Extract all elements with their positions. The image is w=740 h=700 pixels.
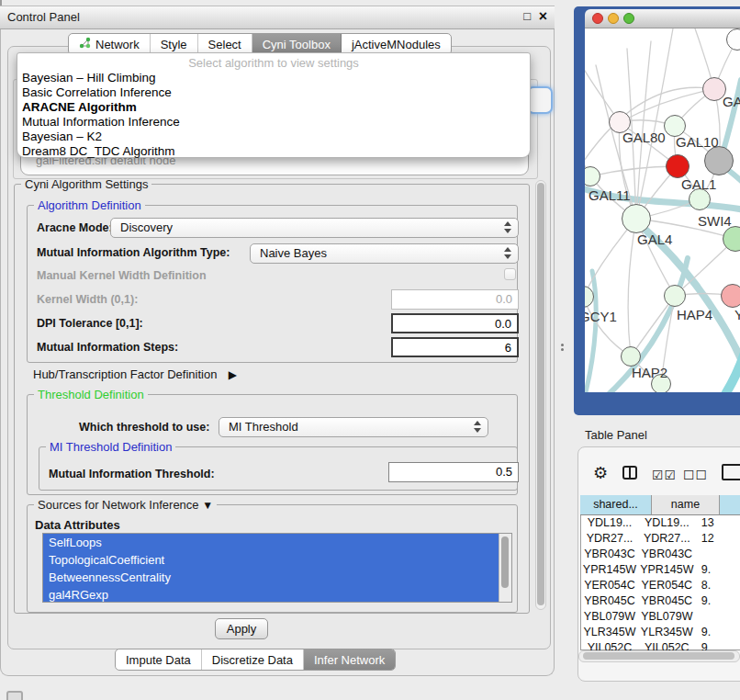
- table-row[interactable]: YIL052CYIL052C9: [580, 640, 740, 650]
- algorithm-dropdown-popup: Select algorithm to view settings Bayesi…: [17, 52, 531, 158]
- tab-discretize-data[interactable]: Discretize Data: [202, 649, 304, 670]
- tab-cyni-toolbox[interactable]: Cyni Toolbox: [252, 34, 342, 54]
- table-horizontal-scrollbar-thumb[interactable]: [583, 652, 734, 660]
- cyni-algorithm-settings-group: Cyni Algorithm Settings Algorithm Defini…: [14, 184, 530, 614]
- node-hap2[interactable]: [621, 346, 641, 367]
- spinner-arrows-icon: [504, 221, 511, 233]
- settings-vertical-scrollbar[interactable]: [535, 180, 546, 610]
- table-cell: 9: [695, 640, 740, 650]
- table-row[interactable]: YER054CYER054C8.: [580, 578, 740, 593]
- hub-tf-definition-section[interactable]: Hub/Transcription Factor Definition ▶: [33, 366, 237, 380]
- aracne-mode-combo[interactable]: Discovery: [110, 218, 519, 238]
- aracne-mode-label: Aracne Mode:: [37, 221, 113, 234]
- mi-algorithm-type-combo[interactable]: Naive Bayes: [250, 243, 519, 264]
- column-header-shared[interactable]: shared...: [580, 495, 652, 515]
- mac-close-light[interactable]: [592, 13, 603, 24]
- which-threshold-label: Which threshold to use:: [79, 421, 209, 434]
- sources-title[interactable]: Sources for Network Inference ▼: [34, 498, 217, 512]
- tab-network[interactable]: Network: [69, 34, 151, 54]
- close-icon[interactable]: ×: [539, 8, 547, 25]
- dropdown-item-basic-correlation-inference[interactable]: Basic Correlation Inference: [17, 85, 530, 100]
- node-hap4[interactable]: [664, 285, 686, 307]
- tab-impute-data[interactable]: Impute Data: [116, 649, 202, 670]
- deselect-all-checkboxes-icon[interactable]: ☐☐: [683, 468, 708, 482]
- node-gal1[interactable]: [666, 154, 690, 178]
- tab-style[interactable]: Style: [151, 34, 198, 54]
- network-canvas[interactable]: GALGAL80GAL10GAL1GAL11SWI4GAL4HAP4YGCY1H…: [585, 28, 740, 392]
- settings-vertical-scrollbar-thumb[interactable]: [537, 183, 544, 605]
- node-y[interactable]: [721, 284, 740, 308]
- algorithm-definition-title: Algorithm Definition: [34, 198, 145, 212]
- attribute-item-betweennesscentrality[interactable]: BetweennessCentrality: [43, 569, 501, 586]
- node-label-swi4: SWI4: [698, 213, 732, 229]
- table-cell: YBR045C: [580, 593, 639, 609]
- mac-minimize-light[interactable]: [608, 13, 619, 24]
- list-scrollbar[interactable]: [499, 534, 511, 602]
- tab-infer-network[interactable]: Infer Network: [304, 649, 395, 670]
- columns-icon[interactable]: [622, 466, 637, 480]
- tab-jactivemnodules[interactable]: jActiveMNodules: [342, 34, 451, 54]
- column-header-name[interactable]: name: [652, 495, 720, 515]
- algorithm-selector-combo-fragment[interactable]: [527, 86, 553, 114]
- document-icon[interactable]: [722, 464, 740, 480]
- collapsed-arrow-icon: ▶: [229, 368, 237, 381]
- table-row[interactable]: YPR145WYPR145W9.: [580, 562, 740, 578]
- table-cell: 8.: [695, 578, 740, 593]
- table-cell: [695, 547, 740, 562]
- network-window-titlebar[interactable]: [585, 9, 740, 28]
- table-row[interactable]: YDR27...YDR27...12: [580, 531, 740, 547]
- dropdown-item-bayesian-hill-climbing[interactable]: Bayesian – Hill Climbing: [17, 71, 530, 85]
- node-unlabeled-5[interactable]: [704, 146, 734, 175]
- tab-label: Infer Network: [314, 650, 385, 670]
- panel-divider-handle[interactable]: [561, 344, 565, 351]
- gear-icon[interactable]: ⚙: [593, 463, 608, 483]
- table-row[interactable]: YLR345WYLR345W9.: [580, 625, 740, 640]
- corner-widget-icon[interactable]: [6, 691, 23, 700]
- attribute-item-gal4rgexp[interactable]: gal4RGexp: [43, 586, 501, 603]
- dpi-tolerance-field[interactable]: 0.0: [391, 313, 519, 333]
- which-threshold-combo[interactable]: MI Threshold: [219, 417, 488, 437]
- table-row[interactable]: YBR045CYBR045C9.: [580, 593, 740, 609]
- list-scrollbar-thumb[interactable]: [501, 536, 509, 588]
- table-horizontal-scrollbar[interactable]: [578, 650, 740, 662]
- mi-threshold-field[interactable]: 0.5: [388, 462, 519, 482]
- manual-kernel-width-checkbox[interactable]: [504, 268, 516, 280]
- dpi-tolerance-label: DPI Tolerance [0,1]:: [37, 317, 143, 330]
- table-cell: YLR345W: [639, 625, 695, 640]
- table-row[interactable]: YBL079WYBL079W: [580, 609, 740, 625]
- mac-zoom-light[interactable]: [623, 13, 634, 24]
- node-gal4[interactable]: [622, 204, 651, 233]
- attribute-item-topologicalcoefficient[interactable]: TopologicalCoefficient: [43, 551, 501, 569]
- sources-title-label: Sources for Network Inference: [38, 498, 199, 512]
- float-window-icon[interactable]: □: [523, 9, 531, 23]
- node-label-y: Y: [734, 307, 740, 322]
- dropdown-item-dream8-dc-tdc-algorithm[interactable]: Dream8 DC_TDC Algorithm: [17, 144, 530, 159]
- table-row[interactable]: YBR043CYBR043C: [580, 547, 740, 562]
- dropdown-item-mutual-information-inference[interactable]: Mutual Information Inference: [17, 115, 530, 130]
- threshold-definition-group: Threshold Definition Which threshold to …: [27, 394, 518, 495]
- tab-label: Impute Data: [126, 650, 191, 670]
- node-label-gcy1: GCY1: [585, 309, 617, 324]
- table-cell: YPR145W: [580, 562, 639, 578]
- kernel-width-field[interactable]: 0.0: [391, 289, 519, 310]
- dropdown-item-bayesian-k2[interactable]: Bayesian – K2: [17, 130, 530, 144]
- select-all-checkboxes-icon[interactable]: ☑☑: [652, 468, 677, 482]
- column-header-a[interactable]: A: [720, 495, 740, 515]
- attribute-item-selfloops[interactable]: SelfLoops: [43, 534, 501, 551]
- table-row[interactable]: YDL19...YDL19...13: [580, 515, 740, 531]
- tab-select[interactable]: Select: [198, 34, 252, 54]
- data-attributes-label: Data Attributes: [35, 518, 120, 532]
- which-threshold-value: MI Threshold: [229, 418, 298, 436]
- hub-tf-definition-label: Hub/Transcription Factor Definition: [33, 367, 217, 381]
- mi-steps-field[interactable]: 6: [391, 337, 519, 357]
- dropdown-item-aracne-algorithm[interactable]: ARACNE Algorithm: [17, 100, 530, 115]
- expanded-arrow-icon: ▼: [202, 499, 213, 512]
- algorithm-dropdown-items: Bayesian – Hill ClimbingBasic Correlatio…: [17, 71, 530, 159]
- apply-button[interactable]: Apply: [215, 618, 268, 639]
- data-attributes-list[interactable]: SelfLoopsTopologicalCoefficientBetweenne…: [42, 533, 512, 603]
- mi-steps-label: Mutual Information Steps:: [37, 341, 178, 354]
- network-edge[interactable]: [628, 219, 636, 356]
- table-cell: YDR27...: [580, 531, 639, 547]
- table-cell: YBL079W: [639, 609, 695, 625]
- table-cell: YER054C: [639, 578, 695, 593]
